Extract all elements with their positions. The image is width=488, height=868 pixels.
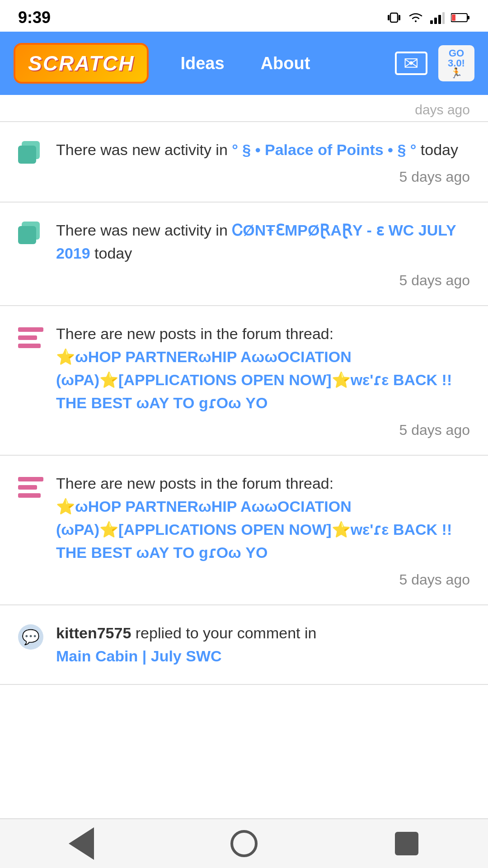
svg-rect-6 <box>442 12 445 24</box>
back-button[interactable] <box>63 826 99 862</box>
notif-content-5: kitten7575 replied to your comment in Ma… <box>56 622 470 668</box>
notif-text-1: There was new activity in ° § • Palace o… <box>56 138 470 161</box>
comment-icon: 💬 <box>18 624 43 650</box>
notif-content-2: There was new activity in ᏟØNŦƐMPØⱤAⱤY -… <box>56 219 470 289</box>
scratch-logo[interactable]: SCRATCH <box>14 43 149 84</box>
svg-rect-9 <box>452 14 455 21</box>
notifications-list: There was new activity in ° § • Palace o… <box>0 122 488 685</box>
notif-item-4[interactable]: There are new posts in the forum thread:… <box>0 456 488 605</box>
svg-rect-4 <box>434 18 437 24</box>
svg-rect-1 <box>388 15 389 20</box>
notif-suffix: today <box>416 141 458 158</box>
svg-rect-8 <box>467 16 469 19</box>
nav-links: Ideas About <box>162 54 395 73</box>
navbar: SCRATCH Ideas About GO3.0!🏃 <box>0 32 488 95</box>
notif-item-3[interactable]: There are new posts in the forum thread:… <box>0 306 488 456</box>
notif-link-4[interactable]: ⭐ωHOP PARTNERωHIP AωωOCIATION (ωPA)⭐[APP… <box>56 498 452 561</box>
notif-text-2: There was new activity in ᏟØNŦƐMPØⱤAⱤY -… <box>56 219 470 265</box>
nav-link-ideas[interactable]: Ideas <box>162 54 242 73</box>
notif-text-5: kitten7575 replied to your comment in Ma… <box>56 622 470 668</box>
notif-reply-text: replied to your comment in <box>131 624 316 642</box>
home-button[interactable] <box>226 826 262 862</box>
signal-icon <box>430 11 445 24</box>
notif-suffix-2: today <box>90 245 132 262</box>
battery-icon <box>451 12 470 23</box>
notif-user[interactable]: kitten7575 <box>56 624 131 642</box>
notif-time-2: 5 days ago <box>56 272 470 289</box>
notif-time-1: 5 days ago <box>56 169 470 185</box>
home-icon <box>230 830 258 857</box>
notif-link-5[interactable]: Main Cabin | July SWC <box>56 647 222 665</box>
activity-icon-2 <box>18 222 43 247</box>
notif-prefix-4: There are new posts in the forum thread: <box>56 475 333 492</box>
activity-icon-1 <box>18 141 43 166</box>
notif-item[interactable]: There was new activity in ° § • Palace o… <box>0 122 488 203</box>
notif-text-4: There are new posts in the forum thread:… <box>56 472 470 564</box>
notif-content-3: There are new posts in the forum thread:… <box>56 322 470 439</box>
stop-button[interactable] <box>389 826 425 862</box>
nav-link-about[interactable]: About <box>243 54 328 73</box>
status-bar: 9:39 <box>0 0 488 32</box>
forum-icon-1 <box>18 325 43 350</box>
nav-icons: GO3.0!🏃 <box>395 45 474 81</box>
svg-rect-3 <box>430 20 433 24</box>
notif-prefix: There was new activity in <box>56 141 232 158</box>
bottom-nav <box>0 818 488 868</box>
notif-content-1: There was new activity in ° § • Palace o… <box>56 138 470 185</box>
notif-text-3: There are new posts in the forum thread:… <box>56 322 470 415</box>
notif-prefix-3: There are new posts in the forum thread: <box>56 325 333 342</box>
mail-icon[interactable] <box>395 52 427 75</box>
notif-link-1[interactable]: ° § • Palace of Points • § ° <box>232 141 416 158</box>
go3-badge[interactable]: GO3.0!🏃 <box>438 45 474 81</box>
notif-item-2[interactable]: There was new activity in ᏟØNŦƐMPØⱤAⱤY -… <box>0 203 488 306</box>
notif-time-4: 5 days ago <box>56 571 470 588</box>
notif-time-3: 5 days ago <box>56 422 470 439</box>
partial-timestamp: days ago <box>0 95 488 122</box>
notif-content-4: There are new posts in the forum thread:… <box>56 472 470 588</box>
forum-icon-2 <box>18 475 43 500</box>
vibrate-icon <box>387 10 401 25</box>
svg-rect-2 <box>399 15 400 20</box>
svg-rect-0 <box>390 13 398 22</box>
wifi-icon <box>408 11 424 24</box>
back-icon <box>69 827 94 860</box>
notif-link-3[interactable]: ⭐ωHOP PARTNERωHIP AωωOCIATION (ωPA)⭐[APP… <box>56 348 452 411</box>
notif-prefix-2: There was new activity in <box>56 222 232 239</box>
svg-rect-5 <box>438 15 441 24</box>
stop-icon <box>395 832 418 855</box>
status-time: 9:39 <box>18 8 51 27</box>
notif-item-5[interactable]: 💬 kitten7575 replied to your comment in … <box>0 605 488 685</box>
status-icons <box>387 10 470 25</box>
